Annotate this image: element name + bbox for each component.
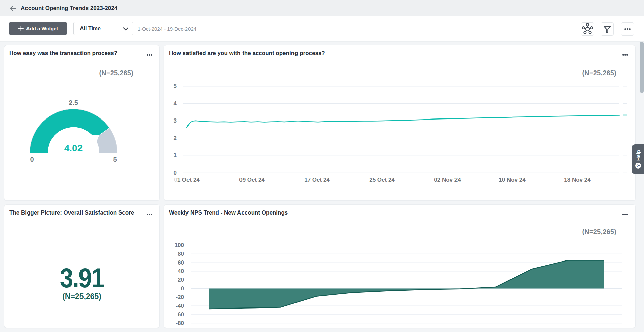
svg-text:18 Nov 24: 18 Nov 24 <box>564 177 591 183</box>
svg-text:?: ? <box>636 164 640 167</box>
svg-text:4: 4 <box>174 100 177 107</box>
svg-text:01 Oct 24: 01 Oct 24 <box>174 177 200 183</box>
svg-text:4.02: 4.02 <box>64 143 83 153</box>
svg-text:2.5: 2.5 <box>69 99 78 106</box>
svg-text:09 Oct 24: 09 Oct 24 <box>239 177 265 183</box>
svg-text:0: 0 <box>181 285 184 292</box>
svg-text:100: 100 <box>175 242 184 248</box>
svg-text:-60: -60 <box>176 311 184 318</box>
svg-text:-20: -20 <box>176 294 184 300</box>
svg-text:3: 3 <box>174 117 177 124</box>
svg-text:0: 0 <box>174 170 177 176</box>
svg-text:-40: -40 <box>176 303 184 309</box>
svg-text:0: 0 <box>30 156 34 163</box>
svg-text:02 Nov 24: 02 Nov 24 <box>434 177 461 183</box>
svg-text:80: 80 <box>178 251 184 257</box>
svg-text:40: 40 <box>178 268 184 274</box>
svg-text:2: 2 <box>174 135 177 141</box>
svg-text:25 Oct 24: 25 Oct 24 <box>369 177 395 183</box>
svg-text:-80: -80 <box>176 320 184 326</box>
svg-text:10 Nov 24: 10 Nov 24 <box>499 177 526 183</box>
svg-text:17 Oct 24: 17 Oct 24 <box>304 177 330 183</box>
svg-text:5: 5 <box>113 156 117 163</box>
svg-text:60: 60 <box>178 259 184 266</box>
svg-text:1: 1 <box>174 152 177 158</box>
svg-text:20: 20 <box>178 277 184 283</box>
svg-text:5: 5 <box>174 83 177 89</box>
